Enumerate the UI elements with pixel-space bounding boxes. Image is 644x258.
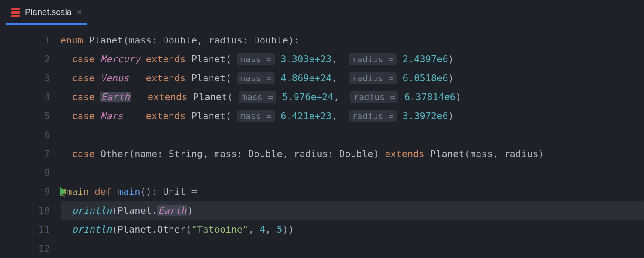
code-line[interactable]: case Other(name: String, mass: Double, r… [61, 144, 644, 163]
line-number: 1 [24, 31, 50, 50]
scala-icon [11, 8, 20, 17]
code-line[interactable]: @main def main(): Unit = [61, 182, 644, 201]
code-line[interactable]: case Earth extends Planet( mass = 5.976e… [61, 88, 644, 107]
line-number: 9 [24, 182, 50, 201]
inlay-hint: radius = [349, 110, 397, 122]
line-number: 5 [24, 107, 50, 126]
gutter: 1 2 3 4 5 6 7 8 9 10 11 12 [0, 25, 50, 258]
active-tab-indicator [6, 23, 87, 25]
code-line[interactable] [61, 239, 644, 258]
tab-bar: Planet.scala × [0, 0, 644, 25]
symbol-highlight: Earth [100, 92, 131, 102]
code-line[interactable]: case Mars extends Planet( mass = 6.421e+… [61, 107, 644, 126]
inlay-hint: mass = [237, 72, 275, 84]
inlay-hint: mass = [237, 53, 275, 65]
code-area[interactable]: enum Planet(mass: Double, radius: Double… [50, 25, 644, 258]
line-number: 11 [24, 220, 50, 239]
close-icon[interactable]: × [77, 7, 82, 17]
code-line[interactable]: case Venus extends Planet( mass = 4.869e… [61, 69, 644, 88]
inlay-hint: radius = [349, 53, 397, 65]
code-line[interactable]: case Mercury extends Planet( mass = 3.30… [61, 50, 644, 69]
line-number: 6 [24, 126, 50, 144]
tab-title: Planet.scala [25, 7, 72, 17]
code-line[interactable]: enum Planet(mass: Double, radius: Double… [61, 31, 644, 50]
line-number: 4 [24, 88, 50, 107]
line-number: 2 [24, 50, 50, 69]
code-line[interactable] [61, 163, 644, 182]
inlay-hint: radius = [349, 72, 397, 84]
editor: 1 2 3 4 5 6 7 8 9 10 11 12 enum Planet(m… [0, 25, 644, 258]
run-gutter-icon[interactable] [60, 187, 66, 196]
symbol-highlight: Earth [157, 205, 187, 216]
inlay-hint: radius = [350, 91, 398, 103]
line-number: 8 [24, 163, 50, 182]
inlay-hint: mass = [237, 110, 275, 122]
line-number: 10 [24, 201, 50, 220]
code-line[interactable]: println(Planet.Other("Tatooine", 4, 5)) [61, 220, 644, 239]
code-line[interactable] [61, 126, 644, 144]
line-number: 3 [24, 69, 50, 88]
line-number: 12 [24, 239, 50, 258]
code-line-active[interactable]: println(Planet.Earth) [61, 201, 644, 220]
file-tab[interactable]: Planet.scala × [6, 0, 87, 25]
inlay-hint: mass = [239, 91, 276, 103]
line-number: 7 [24, 144, 50, 163]
